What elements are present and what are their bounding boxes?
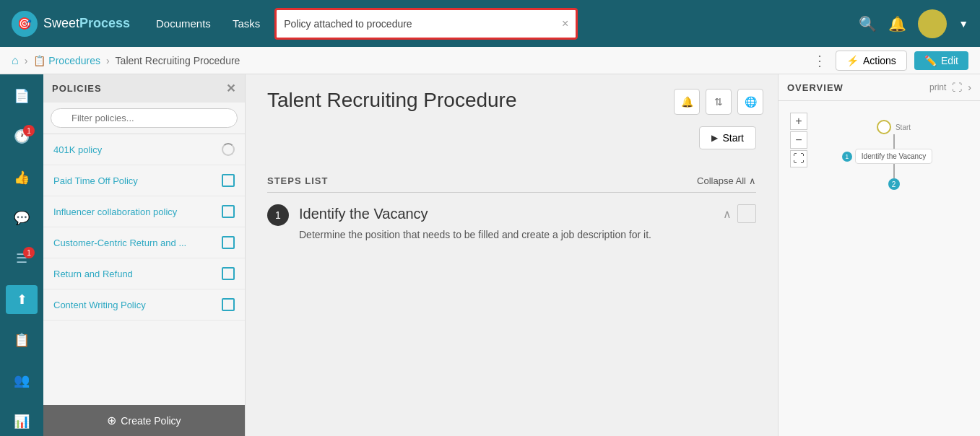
overview-header: OVERVIEW print ⛶ › <box>779 74 980 101</box>
start-button[interactable]: ▶ Start <box>699 126 756 149</box>
bell-action-icon[interactable]: 🔔 <box>674 89 700 115</box>
zoom-fit-button[interactable]: ⛶ <box>790 150 807 167</box>
nav-documents[interactable]: Documents <box>156 17 211 30</box>
main-content: 🔔 ⇅ 🌐 Talent Recruiting Procedure ▶ Star… <box>246 74 778 436</box>
create-policy-button[interactable]: ⊕ Create Policy <box>43 405 245 436</box>
search-icon[interactable]: 🔍 <box>859 15 877 32</box>
print-button[interactable]: print <box>929 82 946 92</box>
flow-node1-wrap: 1 Identify the Vacancy <box>855 149 932 164</box>
list-item[interactable]: 401K policy <box>43 134 245 165</box>
flow-line2 <box>893 164 895 178</box>
left-sidebar: 📄 🕐 1 👍 💬 ☰ 1 ⬆ 📋 👥 📊 <box>0 74 43 436</box>
policy-checkbox[interactable] <box>222 174 235 187</box>
step-collapse-icon[interactable]: ∧ <box>723 207 732 221</box>
avatar[interactable] <box>918 9 947 38</box>
sidebar-item-list[interactable]: ☰ 1 <box>6 244 38 273</box>
steps-header: STEPS LIST Collapse All ∧ <box>267 175 756 193</box>
home-icon[interactable]: ⌂ <box>12 54 19 67</box>
list-item[interactable]: Return and Refund <box>43 258 245 289</box>
nav-right: 🔍 🔔 ▼ <box>859 9 968 38</box>
sidebar-item-users[interactable]: 👥 <box>6 366 38 395</box>
dropdown-arrow-icon[interactable]: ▼ <box>958 18 968 30</box>
logo-sweet: SweetProcess <box>43 16 130 31</box>
sidebar-item-chart[interactable]: 📊 <box>6 407 38 436</box>
action-icons-row: 🔔 ⇅ 🌐 <box>674 89 763 115</box>
step-number: 1 <box>267 204 289 226</box>
step-content: Identify the Vacancy ∧ Determine the pos… <box>299 204 756 243</box>
policy-name: Paid Time Off Policy <box>53 175 222 186</box>
edit-icon: ✏️ <box>924 55 937 66</box>
breadcrumb-procedures[interactable]: 📋 Procedures <box>33 55 100 66</box>
policies-panel: POLICIES ✕ 🔍 401K policy Paid Time Off P… <box>43 74 246 436</box>
policy-name: Return and Refund <box>53 269 222 279</box>
edit-button[interactable]: ✏️ Edit <box>914 51 968 70</box>
policy-name: Content Writing Policy <box>53 300 222 310</box>
policy-checkbox[interactable] <box>222 298 235 311</box>
flow-node1-num: 1 <box>842 152 852 162</box>
chevron-right-icon[interactable]: › <box>968 82 971 93</box>
policy-name: Influencer collaboration policy <box>53 206 222 217</box>
collapse-all-button[interactable]: Collapse All ∧ <box>697 175 756 186</box>
logo-icon: 🎯 <box>12 11 38 37</box>
step-title-row: Identify the Vacancy ∧ <box>299 204 756 223</box>
policy-spinner-icon <box>222 143 235 156</box>
chevron-up-icon: ∧ <box>749 175 756 186</box>
sidebar-item-thumb[interactable]: 👍 <box>6 163 38 192</box>
sidebar-item-copy[interactable]: 📋 <box>6 326 38 354</box>
list-item[interactable]: Paid Time Off Policy <box>43 165 245 196</box>
nav-links: Documents Tasks <box>156 17 260 30</box>
policy-checkbox[interactable] <box>222 267 235 280</box>
steps-label: STEPS LIST <box>267 175 328 186</box>
breadcrumb: ⌂ › 📋 Procedures › Talent Recruiting Pro… <box>0 47 980 74</box>
sidebar-item-clock[interactable]: 🕐 1 <box>6 122 38 151</box>
top-navigation: 🎯 SweetProcess Documents Tasks Policy at… <box>0 0 980 47</box>
nav-tasks[interactable]: Tasks <box>233 17 260 30</box>
breadcrumb-current: Talent Recruiting Procedure <box>116 55 240 66</box>
bell-icon[interactable]: 🔔 <box>888 15 906 32</box>
main-layout: 📄 🕐 1 👍 💬 ☰ 1 ⬆ 📋 👥 📊 POLICIES ✕ 🔍 <box>0 74 980 436</box>
list-item[interactable]: Customer-Centric Return and ... <box>43 227 245 258</box>
list-item[interactable]: Content Writing Policy <box>43 289 245 321</box>
sort-action-icon[interactable]: ⇅ <box>706 89 732 115</box>
actions-button[interactable]: ⚡ Actions <box>836 51 907 71</box>
step-item: 1 Identify the Vacancy ∧ Determine the p… <box>267 204 756 243</box>
policy-checkbox[interactable] <box>222 236 235 249</box>
step-controls: ∧ <box>723 204 756 223</box>
flow-node2-num: 2 <box>888 178 900 190</box>
search-close-icon[interactable]: × <box>562 17 568 30</box>
procedures-icon: 📋 <box>33 55 45 66</box>
sidebar-item-comment[interactable]: 💬 <box>6 204 38 232</box>
globe-action-icon[interactable]: 🌐 <box>737 89 763 115</box>
sidebar-item-upload[interactable]: ⬆ <box>6 285 38 314</box>
policies-title: POLICIES <box>52 83 102 94</box>
search-text: Policy attached to procedure <box>284 18 562 30</box>
policies-list: 401K policy Paid Time Off Policy Influen… <box>43 134 245 405</box>
flow-start-row: Start <box>877 120 911 134</box>
zoom-in-button[interactable]: + <box>790 113 807 130</box>
overview-chart: + − ⛶ Start 1 Identify the Vacancy 2 <box>779 101 980 436</box>
filter-wrap: 🔍 <box>51 108 238 128</box>
breadcrumb-sep2: › <box>106 55 110 66</box>
flow-start-label: Start <box>896 123 911 131</box>
filter-policies-input[interactable] <box>51 108 238 128</box>
flow-chart: Start 1 Identify the Vacancy 2 <box>819 113 968 190</box>
panel-close-icon[interactable]: ✕ <box>226 82 236 95</box>
policies-header: POLICIES ✕ <box>43 74 245 103</box>
overview-title: OVERVIEW <box>787 82 844 93</box>
flow-node1: Identify the Vacancy <box>855 149 932 164</box>
zoom-controls: + − ⛶ <box>790 113 807 167</box>
list-item[interactable]: Influencer collaboration policy <box>43 196 245 227</box>
plus-icon: ⊕ <box>107 414 116 427</box>
step-checkbox[interactable] <box>737 204 756 223</box>
overview-actions: print ⛶ › <box>929 82 971 93</box>
breadcrumb-sep1: › <box>25 55 28 66</box>
sidebar-item-document[interactable]: 📄 <box>6 82 38 110</box>
fullscreen-icon[interactable]: ⛶ <box>952 82 962 93</box>
zoom-out-button[interactable]: − <box>790 131 807 149</box>
more-options-icon[interactable]: ⋮ <box>812 52 828 69</box>
step-title: Identify the Vacancy <box>299 206 428 222</box>
lightning-icon: ⚡ <box>846 55 859 66</box>
list-badge: 1 <box>23 247 35 258</box>
policy-name: Customer-Centric Return and ... <box>53 237 222 248</box>
policy-checkbox[interactable] <box>222 205 235 218</box>
